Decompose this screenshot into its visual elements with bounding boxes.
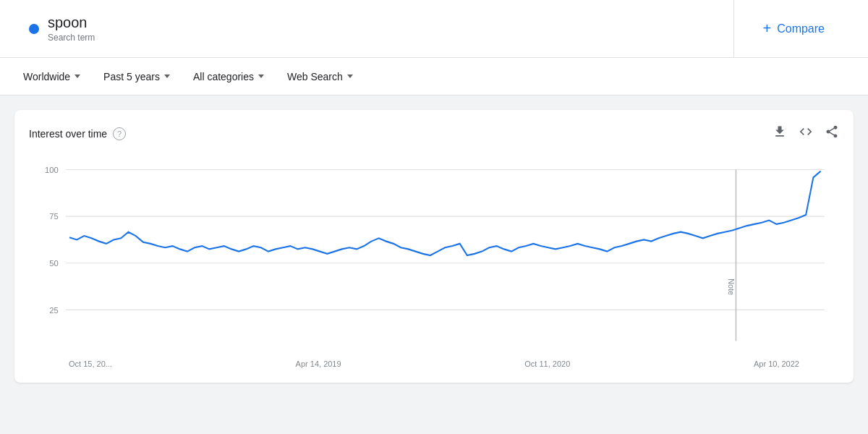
- category-filter[interactable]: All categories: [184, 67, 273, 87]
- category-filter-label: All categories: [193, 71, 254, 82]
- time-range-chevron-icon: [164, 75, 170, 78]
- chart-svg: 100 75 50 25 Note: [29, 154, 839, 357]
- search-type-filter-label: Web Search: [287, 71, 343, 82]
- download-icon[interactable]: [773, 124, 787, 142]
- chart-title-section: Interest over time ?: [29, 127, 126, 140]
- svg-text:50: 50: [49, 259, 58, 268]
- compare-plus-icon: +: [763, 20, 772, 37]
- time-range-filter-label: Past 5 years: [103, 71, 160, 82]
- location-filter[interactable]: Worldwide: [14, 67, 89, 87]
- location-chevron-icon: [75, 75, 80, 78]
- search-term-section: spoon Search term: [14, 0, 734, 57]
- interest-over-time-card: Interest over time ?: [14, 110, 854, 383]
- search-type-chevron-icon: [347, 75, 353, 78]
- category-chevron-icon: [258, 75, 264, 78]
- svg-text:25: 25: [49, 305, 58, 314]
- embed-icon[interactable]: [799, 124, 813, 142]
- time-range-filter[interactable]: Past 5 years: [95, 67, 179, 87]
- svg-text:Note: Note: [727, 278, 735, 295]
- main-content: Interest over time ?: [0, 95, 868, 397]
- x-axis-labels: Oct 15, 20... Apr 14, 2019 Oct 11, 2020 …: [29, 357, 839, 368]
- x-label-2: Apr 14, 2019: [296, 359, 341, 368]
- x-label-1: Oct 15, 20...: [69, 359, 112, 368]
- chart-actions: [773, 124, 839, 142]
- search-term-label: Search term: [48, 33, 95, 43]
- x-label-3: Oct 11, 2020: [524, 359, 570, 368]
- share-icon[interactable]: [825, 124, 839, 142]
- svg-text:100: 100: [45, 166, 59, 174]
- top-bar: spoon Search term + Compare: [0, 0, 868, 58]
- svg-text:75: 75: [49, 212, 58, 221]
- help-icon[interactable]: ?: [113, 127, 126, 140]
- compare-section[interactable]: + Compare: [734, 20, 854, 37]
- location-filter-label: Worldwide: [23, 71, 70, 82]
- chart-title: Interest over time: [29, 128, 107, 140]
- chart-header: Interest over time ?: [29, 124, 839, 142]
- chart-container: 100 75 50 25 Note: [29, 154, 839, 357]
- x-label-4: Apr 10, 2022: [754, 359, 799, 368]
- search-term-dot: [29, 24, 39, 34]
- search-term-text: spoon Search term: [48, 14, 95, 43]
- search-term-name: spoon: [48, 14, 95, 31]
- compare-label: Compare: [777, 22, 825, 35]
- search-type-filter[interactable]: Web Search: [278, 67, 362, 87]
- filters-bar: Worldwide Past 5 years All categories We…: [0, 58, 868, 95]
